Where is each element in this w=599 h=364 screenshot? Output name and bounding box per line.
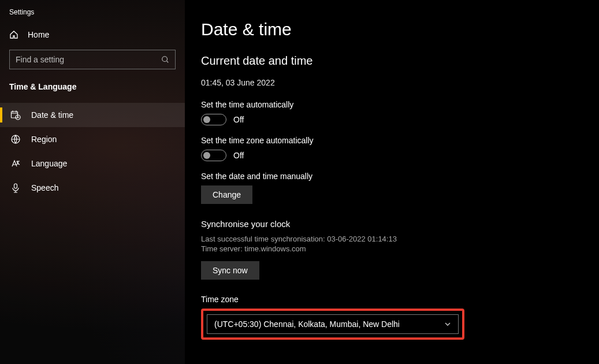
sidebar-nav: Date & time Region Langu: [0, 103, 185, 200]
auto-timezone-state: Off: [233, 151, 244, 160]
sidebar-item-region[interactable]: Region: [0, 127, 185, 151]
auto-timezone-label: Set the time zone automatically: [201, 136, 583, 145]
auto-timezone-toggle[interactable]: [201, 150, 226, 161]
change-button[interactable]: Change: [201, 185, 252, 204]
home-label: Home: [28, 30, 49, 39]
sidebar-item-label: Speech: [31, 183, 58, 192]
sidebar-item-language[interactable]: Language: [0, 151, 185, 176]
auto-time-state: Off: [233, 115, 244, 124]
sidebar-item-speech[interactable]: Speech: [0, 176, 185, 200]
manual-datetime-label: Set the date and time manually: [201, 172, 583, 181]
timezone-selected-value: (UTC+05:30) Chennai, Kolkata, Mumbai, Ne…: [214, 320, 400, 329]
settings-window: Settings Home Time & Language: [0, 0, 599, 364]
microphone-icon: [10, 183, 21, 193]
svg-rect-1: [12, 112, 18, 118]
chevron-down-icon: [444, 321, 451, 328]
calendar-clock-icon: [10, 110, 21, 120]
timezone-dropdown[interactable]: (UTC+05:30) Chennai, Kolkata, Mumbai, Ne…: [207, 314, 459, 334]
section-current-datetime: Current date and time: [201, 54, 583, 68]
timezone-label: Time zone: [201, 295, 583, 304]
main-content: Date & time Current date and time 01:45,…: [185, 0, 599, 364]
sync-server: Time server: time.windows.com: [201, 244, 583, 253]
sidebar: Settings Home Time & Language: [0, 0, 185, 364]
page-title: Date & time: [201, 20, 583, 39]
search-box[interactable]: [9, 50, 176, 69]
sync-last-success: Last successful time synchronisation: 03…: [201, 235, 583, 243]
auto-time-label: Set the time automatically: [201, 100, 583, 109]
search-input[interactable]: [16, 55, 161, 64]
auto-time-setting: Set the time automatically Off: [201, 100, 583, 125]
svg-rect-4: [14, 184, 17, 188]
home-nav[interactable]: Home: [0, 24, 185, 45]
sidebar-item-label: Language: [31, 159, 67, 168]
search-icon: [161, 55, 169, 64]
auto-time-toggle[interactable]: [201, 114, 226, 125]
current-datetime-value: 01:45, 03 June 2022: [201, 78, 583, 87]
timezone-section: Time zone (UTC+05:30) Chennai, Kolkata, …: [201, 295, 583, 340]
sync-heading: Synchronise your clock: [201, 219, 583, 229]
language-icon: [10, 158, 21, 169]
sidebar-item-date-time[interactable]: Date & time: [0, 103, 185, 127]
sync-now-button[interactable]: Sync now: [201, 261, 259, 280]
home-icon: [9, 30, 18, 39]
timezone-highlight-box: (UTC+05:30) Chennai, Kolkata, Mumbai, Ne…: [201, 309, 464, 340]
auto-timezone-setting: Set the time zone automatically Off: [201, 136, 583, 161]
globe-icon: [10, 134, 21, 144]
manual-datetime-setting: Set the date and time manually Change: [201, 172, 583, 204]
sidebar-item-label: Region: [31, 135, 57, 144]
app-title: Settings: [0, 5, 185, 24]
svg-point-0: [162, 57, 168, 62]
category-title: Time & Language: [0, 76, 185, 99]
sidebar-item-label: Date & time: [31, 110, 73, 120]
sync-clock-section: Synchronise your clock Last successful t…: [201, 219, 583, 280]
